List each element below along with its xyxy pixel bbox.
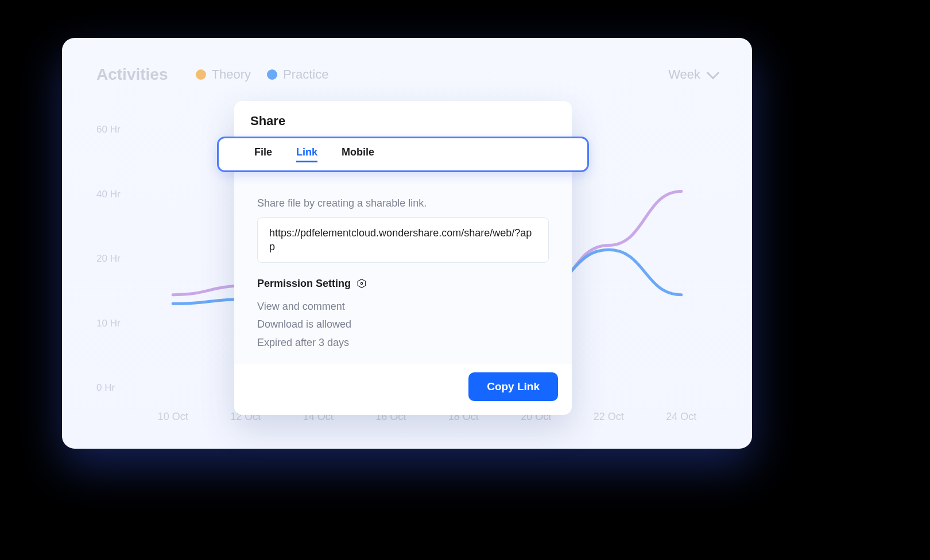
copy-link-button[interactable]: Copy Link — [468, 372, 558, 401]
share-title: Share — [234, 101, 572, 137]
legend-practice-dot-icon — [267, 69, 277, 80]
legend-theory-label: Theory — [212, 67, 251, 82]
share-tabs-container: File Link Mobile — [217, 137, 589, 172]
permission-setting-label: Permission Setting — [257, 278, 351, 290]
legend-practice-label: Practice — [283, 67, 328, 82]
permission-setting-heading: Permission Setting — [257, 278, 549, 290]
chevron-down-icon — [707, 67, 720, 80]
share-footer: Copy Link — [234, 364, 572, 415]
y-tick: 10 Hr — [96, 318, 137, 329]
share-body: Share file by creating a sharable link. … — [234, 172, 572, 364]
svg-point-1 — [361, 282, 362, 284]
permission-item: Download is allowed — [257, 316, 549, 334]
share-tabs: File Link Mobile — [254, 146, 552, 162]
activities-header: Activities Theory Practice Week — [96, 65, 718, 84]
x-tick: 10 Oct — [137, 411, 210, 423]
legend-theory: Theory — [196, 67, 251, 82]
x-tick: 24 Oct — [645, 411, 718, 423]
legend-theory-dot-icon — [196, 69, 206, 80]
share-description: Share file by creating a sharable link. — [257, 197, 549, 209]
y-tick: 0 Hr — [96, 382, 137, 394]
y-tick: 60 Hr — [96, 124, 137, 135]
tab-file[interactable]: File — [254, 146, 272, 162]
x-tick: 22 Oct — [572, 411, 645, 423]
share-dialog: Share File Link Mobile Share file by cre… — [234, 101, 572, 415]
svg-marker-0 — [358, 279, 366, 288]
y-tick: 20 Hr — [96, 253, 137, 265]
chart-y-axis: 60 Hr 40 Hr 20 Hr 10 Hr 0 Hr — [96, 124, 137, 394]
page-title: Activities — [96, 65, 168, 84]
y-tick: 40 Hr — [96, 189, 137, 200]
permission-item: Expired after 3 days — [257, 334, 549, 352]
tab-mobile[interactable]: Mobile — [342, 146, 374, 162]
permission-list: View and comment Download is allowed Exp… — [257, 298, 549, 352]
period-label: Week — [668, 67, 700, 82]
tab-link[interactable]: Link — [296, 146, 317, 162]
permission-item: View and comment — [257, 298, 549, 316]
settings-icon[interactable] — [356, 278, 367, 289]
legend-practice: Practice — [267, 67, 328, 82]
share-link-field[interactable]: https://pdfelementcloud.wondershare.com/… — [257, 217, 549, 263]
period-select[interactable]: Week — [668, 67, 718, 82]
